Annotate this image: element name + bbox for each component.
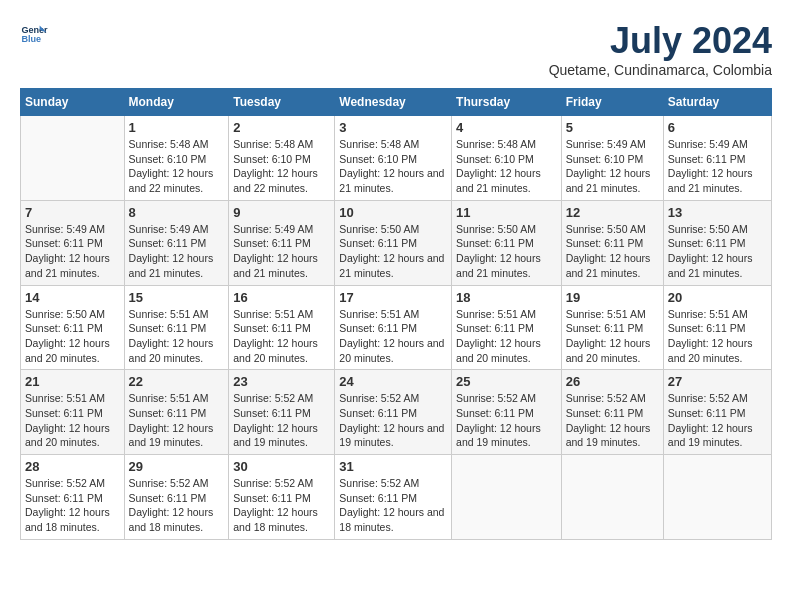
- day-info: Sunrise: 5:51 AMSunset: 6:11 PMDaylight:…: [566, 307, 659, 366]
- day-info: Sunrise: 5:52 AMSunset: 6:11 PMDaylight:…: [25, 476, 120, 535]
- svg-text:General: General: [21, 25, 48, 35]
- day-info: Sunrise: 5:49 AMSunset: 6:11 PMDaylight:…: [25, 222, 120, 281]
- day-number: 3: [339, 120, 447, 135]
- day-number: 12: [566, 205, 659, 220]
- svg-text:Blue: Blue: [21, 34, 41, 44]
- page-title: July 2024: [549, 20, 772, 62]
- day-number: 5: [566, 120, 659, 135]
- day-number: 8: [129, 205, 225, 220]
- calendar-cell: 9Sunrise: 5:49 AMSunset: 6:11 PMDaylight…: [229, 200, 335, 285]
- day-info: Sunrise: 5:51 AMSunset: 6:11 PMDaylight:…: [129, 391, 225, 450]
- day-info: Sunrise: 5:51 AMSunset: 6:11 PMDaylight:…: [668, 307, 767, 366]
- day-number: 19: [566, 290, 659, 305]
- day-info: Sunrise: 5:51 AMSunset: 6:11 PMDaylight:…: [339, 307, 447, 366]
- calendar-cell: 3Sunrise: 5:48 AMSunset: 6:10 PMDaylight…: [335, 116, 452, 201]
- calendar-cell: [663, 455, 771, 540]
- day-number: 14: [25, 290, 120, 305]
- day-number: 20: [668, 290, 767, 305]
- calendar-cell: 1Sunrise: 5:48 AMSunset: 6:10 PMDaylight…: [124, 116, 229, 201]
- calendar-cell: 17Sunrise: 5:51 AMSunset: 6:11 PMDayligh…: [335, 285, 452, 370]
- day-number: 6: [668, 120, 767, 135]
- calendar-week-row: 7Sunrise: 5:49 AMSunset: 6:11 PMDaylight…: [21, 200, 772, 285]
- day-info: Sunrise: 5:52 AMSunset: 6:11 PMDaylight:…: [668, 391, 767, 450]
- calendar-cell: 16Sunrise: 5:51 AMSunset: 6:11 PMDayligh…: [229, 285, 335, 370]
- calendar-cell: 27Sunrise: 5:52 AMSunset: 6:11 PMDayligh…: [663, 370, 771, 455]
- calendar-cell: 22Sunrise: 5:51 AMSunset: 6:11 PMDayligh…: [124, 370, 229, 455]
- day-number: 7: [25, 205, 120, 220]
- calendar-cell: 12Sunrise: 5:50 AMSunset: 6:11 PMDayligh…: [561, 200, 663, 285]
- calendar-cell: 25Sunrise: 5:52 AMSunset: 6:11 PMDayligh…: [452, 370, 562, 455]
- day-number: 22: [129, 374, 225, 389]
- day-number: 17: [339, 290, 447, 305]
- header-sunday: Sunday: [21, 89, 125, 116]
- header-friday: Friday: [561, 89, 663, 116]
- day-number: 26: [566, 374, 659, 389]
- day-info: Sunrise: 5:52 AMSunset: 6:11 PMDaylight:…: [233, 476, 330, 535]
- calendar-cell: 6Sunrise: 5:49 AMSunset: 6:11 PMDaylight…: [663, 116, 771, 201]
- logo: General Blue: [20, 20, 48, 48]
- day-info: Sunrise: 5:48 AMSunset: 6:10 PMDaylight:…: [129, 137, 225, 196]
- calendar-cell: 10Sunrise: 5:50 AMSunset: 6:11 PMDayligh…: [335, 200, 452, 285]
- header-monday: Monday: [124, 89, 229, 116]
- day-info: Sunrise: 5:52 AMSunset: 6:11 PMDaylight:…: [566, 391, 659, 450]
- page-subtitle: Quetame, Cundinamarca, Colombia: [549, 62, 772, 78]
- day-info: Sunrise: 5:51 AMSunset: 6:11 PMDaylight:…: [233, 307, 330, 366]
- calendar-cell: 20Sunrise: 5:51 AMSunset: 6:11 PMDayligh…: [663, 285, 771, 370]
- calendar-cell: 8Sunrise: 5:49 AMSunset: 6:11 PMDaylight…: [124, 200, 229, 285]
- header-wednesday: Wednesday: [335, 89, 452, 116]
- day-info: Sunrise: 5:51 AMSunset: 6:11 PMDaylight:…: [129, 307, 225, 366]
- day-number: 15: [129, 290, 225, 305]
- calendar-cell: 18Sunrise: 5:51 AMSunset: 6:11 PMDayligh…: [452, 285, 562, 370]
- calendar-cell: [21, 116, 125, 201]
- day-info: Sunrise: 5:50 AMSunset: 6:11 PMDaylight:…: [566, 222, 659, 281]
- day-number: 10: [339, 205, 447, 220]
- day-info: Sunrise: 5:50 AMSunset: 6:11 PMDaylight:…: [456, 222, 557, 281]
- calendar-cell: 13Sunrise: 5:50 AMSunset: 6:11 PMDayligh…: [663, 200, 771, 285]
- calendar-cell: 4Sunrise: 5:48 AMSunset: 6:10 PMDaylight…: [452, 116, 562, 201]
- title-area: July 2024 Quetame, Cundinamarca, Colombi…: [549, 20, 772, 78]
- calendar-week-row: 1Sunrise: 5:48 AMSunset: 6:10 PMDaylight…: [21, 116, 772, 201]
- day-info: Sunrise: 5:48 AMSunset: 6:10 PMDaylight:…: [456, 137, 557, 196]
- calendar-cell: 15Sunrise: 5:51 AMSunset: 6:11 PMDayligh…: [124, 285, 229, 370]
- day-number: 13: [668, 205, 767, 220]
- day-info: Sunrise: 5:48 AMSunset: 6:10 PMDaylight:…: [339, 137, 447, 196]
- calendar-cell: 7Sunrise: 5:49 AMSunset: 6:11 PMDaylight…: [21, 200, 125, 285]
- calendar-week-row: 21Sunrise: 5:51 AMSunset: 6:11 PMDayligh…: [21, 370, 772, 455]
- calendar-cell: 2Sunrise: 5:48 AMSunset: 6:10 PMDaylight…: [229, 116, 335, 201]
- day-info: Sunrise: 5:52 AMSunset: 6:11 PMDaylight:…: [456, 391, 557, 450]
- day-number: 11: [456, 205, 557, 220]
- calendar-cell: 29Sunrise: 5:52 AMSunset: 6:11 PMDayligh…: [124, 455, 229, 540]
- day-info: Sunrise: 5:52 AMSunset: 6:11 PMDaylight:…: [339, 476, 447, 535]
- day-number: 31: [339, 459, 447, 474]
- calendar-cell: 31Sunrise: 5:52 AMSunset: 6:11 PMDayligh…: [335, 455, 452, 540]
- day-info: Sunrise: 5:50 AMSunset: 6:11 PMDaylight:…: [339, 222, 447, 281]
- day-info: Sunrise: 5:50 AMSunset: 6:11 PMDaylight:…: [668, 222, 767, 281]
- header-saturday: Saturday: [663, 89, 771, 116]
- day-number: 18: [456, 290, 557, 305]
- day-number: 30: [233, 459, 330, 474]
- day-info: Sunrise: 5:52 AMSunset: 6:11 PMDaylight:…: [339, 391, 447, 450]
- day-info: Sunrise: 5:52 AMSunset: 6:11 PMDaylight:…: [233, 391, 330, 450]
- calendar-cell: 5Sunrise: 5:49 AMSunset: 6:10 PMDaylight…: [561, 116, 663, 201]
- day-number: 16: [233, 290, 330, 305]
- day-info: Sunrise: 5:51 AMSunset: 6:11 PMDaylight:…: [456, 307, 557, 366]
- header: General Blue July 2024 Quetame, Cundinam…: [20, 20, 772, 78]
- day-info: Sunrise: 5:49 AMSunset: 6:11 PMDaylight:…: [129, 222, 225, 281]
- calendar-week-row: 14Sunrise: 5:50 AMSunset: 6:11 PMDayligh…: [21, 285, 772, 370]
- day-number: 27: [668, 374, 767, 389]
- calendar-header-row: SundayMondayTuesdayWednesdayThursdayFrid…: [21, 89, 772, 116]
- calendar-cell: [452, 455, 562, 540]
- day-number: 21: [25, 374, 120, 389]
- header-tuesday: Tuesday: [229, 89, 335, 116]
- day-number: 29: [129, 459, 225, 474]
- calendar-cell: 26Sunrise: 5:52 AMSunset: 6:11 PMDayligh…: [561, 370, 663, 455]
- calendar-cell: 24Sunrise: 5:52 AMSunset: 6:11 PMDayligh…: [335, 370, 452, 455]
- day-number: 9: [233, 205, 330, 220]
- day-number: 25: [456, 374, 557, 389]
- day-info: Sunrise: 5:51 AMSunset: 6:11 PMDaylight:…: [25, 391, 120, 450]
- calendar-cell: 21Sunrise: 5:51 AMSunset: 6:11 PMDayligh…: [21, 370, 125, 455]
- calendar-cell: 19Sunrise: 5:51 AMSunset: 6:11 PMDayligh…: [561, 285, 663, 370]
- calendar-cell: 23Sunrise: 5:52 AMSunset: 6:11 PMDayligh…: [229, 370, 335, 455]
- logo-icon: General Blue: [20, 20, 48, 48]
- calendar-cell: 14Sunrise: 5:50 AMSunset: 6:11 PMDayligh…: [21, 285, 125, 370]
